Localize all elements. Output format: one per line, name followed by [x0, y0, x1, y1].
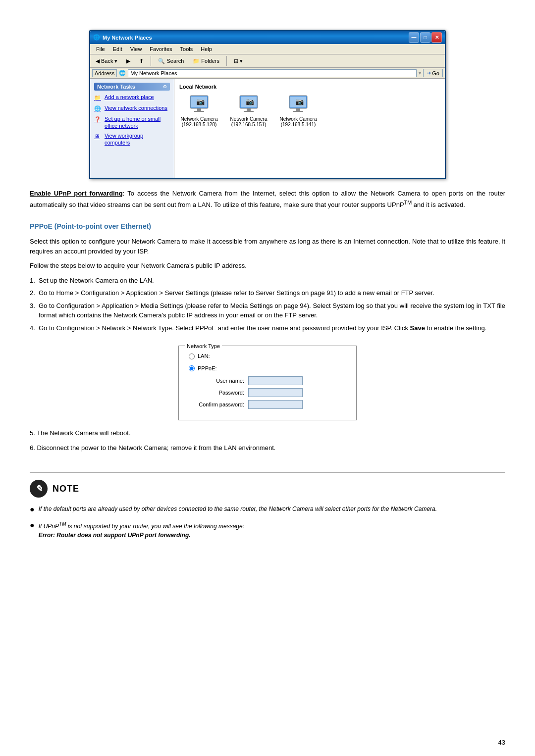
menu-view[interactable]: View — [126, 45, 146, 53]
titlebar-left: 🌐 My Network Places — [93, 34, 152, 41]
lan-label: LAN: — [198, 352, 210, 360]
view-workgroup-icon: 🖥 — [94, 133, 102, 141]
views-button[interactable]: ⊞ ▾ — [230, 56, 246, 66]
menu-favorites[interactable]: Favorites — [146, 45, 176, 53]
back-label: Back — [101, 58, 113, 64]
search-button[interactable]: 🔍 Search — [155, 56, 187, 66]
svg-rect-2 — [197, 108, 201, 111]
views-icon: ⊞ — [234, 58, 238, 64]
sidebar-task-connections-label: View network connections — [105, 104, 167, 111]
folders-button[interactable]: 📁 Folders — [189, 56, 223, 66]
step-6: 6. Disconnect the power to the Network C… — [30, 443, 505, 453]
username-row: User name: — [189, 376, 346, 385]
sidebar-task-view-workgroup[interactable]: 🖥 View workgroup computers — [94, 132, 170, 147]
main-area: Local Network 📷 Network Camera (192. — [174, 79, 445, 178]
camera-image-3: 📷 — [286, 95, 310, 114]
back-dropdown-icon: ▾ — [114, 58, 117, 64]
folders-icon: 📁 — [193, 58, 200, 64]
svg-rect-7 — [247, 108, 251, 111]
minimize-button[interactable]: — — [409, 32, 419, 43]
lan-radio[interactable] — [189, 353, 195, 359]
close-button[interactable]: ✕ — [431, 32, 442, 43]
step-4-text: Go to Configuration > Network > Network … — [39, 324, 486, 332]
sidebar-task-home-label: Set up a home or small office network — [105, 115, 170, 130]
sidebar-task-view-connections[interactable]: 🌐 View network connections — [94, 104, 170, 113]
maximize-button[interactable]: □ — [420, 32, 430, 43]
collapse-icon[interactable]: ⊙ — [163, 84, 167, 89]
window-title: My Network Places — [103, 35, 152, 41]
step-1: Set up the Network Camera on the LAN. — [30, 276, 505, 286]
note-item-2: ● If UPnPTM is not supported by your rou… — [30, 520, 505, 540]
sidebar-task-add-network[interactable]: 📁 Add a network place — [94, 94, 170, 102]
confirm-password-input[interactable] — [248, 400, 303, 409]
svg-rect-13 — [293, 111, 303, 112]
sidebar-task-setup-home[interactable]: ❓ Set up a home or small office network — [94, 115, 170, 130]
menu-tools[interactable]: Tools — [176, 45, 197, 53]
username-input[interactable] — [248, 376, 303, 385]
camera-label-1: Network Camera (192.168.5.128) — [179, 116, 219, 127]
svg-rect-12 — [296, 108, 300, 111]
lan-radio-row: LAN: — [189, 352, 346, 360]
toolbar-separator-2 — [226, 56, 227, 66]
views-dropdown-icon: ▾ — [240, 58, 243, 64]
sidebar-task-add-label: Add a network place — [105, 94, 154, 101]
sidebar-task-workgroup-label: View workgroup computers — [105, 132, 170, 147]
step-2: Go to Home > Configuration > Application… — [30, 288, 505, 298]
search-icon: 🔍 — [158, 58, 165, 64]
svg-rect-8 — [244, 111, 254, 112]
up-button[interactable]: ⬆ — [136, 56, 147, 66]
note-bullet-1: ● — [30, 504, 35, 514]
address-label: Address — [92, 69, 117, 77]
view-connections-icon: 🌐 — [94, 105, 102, 113]
svg-rect-3 — [194, 111, 204, 112]
svg-text:📷: 📷 — [295, 98, 304, 106]
step-3-text: Go to Configuration > Application > Medi… — [39, 302, 505, 319]
address-network-icon: 🌐 — [119, 70, 126, 76]
note-icon: ✎ — [30, 480, 48, 498]
menu-file[interactable]: File — [92, 45, 109, 53]
page-content: Enable UPnP port forwarding: To access t… — [30, 189, 505, 540]
step-1-text: Set up the Network Camera on the LAN. — [39, 277, 154, 284]
note-text-1: If the default ports are already used by… — [39, 504, 437, 513]
note-title: NOTE — [53, 482, 79, 496]
monitor-svg-1: 📷 — [187, 95, 211, 114]
monitor-svg-2: 📷 — [237, 95, 261, 114]
sidebar-section-title: Network Tasks ⊙ — [94, 83, 170, 91]
camera-label-2: Network Camera (192.168.5.151) — [229, 116, 268, 127]
confirm-password-row: Confirm password: — [189, 400, 346, 409]
note-text-2: If UPnPTM is not supported by your route… — [39, 520, 244, 540]
step-3: Go to Configuration > Application > Medi… — [30, 301, 505, 320]
upnp-paragraph: Enable UPnP port forwarding: To access t… — [30, 189, 505, 209]
monitor-svg-3: 📷 — [286, 95, 310, 114]
menu-edit[interactable]: Edit — [109, 45, 126, 53]
pppoe-radio[interactable] — [189, 365, 195, 371]
back-arrow-icon: ◀ — [96, 58, 100, 64]
titlebar: 🌐 My Network Places — □ ✕ — [90, 31, 445, 44]
go-label: Go — [432, 70, 439, 76]
go-button[interactable]: ➜ Go — [423, 69, 443, 77]
back-button[interactable]: ◀ Back ▾ — [92, 56, 121, 66]
address-bar: Address 🌐 ▾ ➜ Go — [90, 68, 445, 79]
pppoe-heading: PPPoE (Point-to-point over Ethernet) — [30, 221, 505, 232]
network-icons-container: 📷 Network Camera (192.168.5.128) 📷 — [179, 95, 440, 127]
note-bullet-2: ● — [30, 520, 35, 530]
note-text-2-part1: If UPnPTM is not supported by your route… — [39, 523, 244, 530]
address-input[interactable] — [128, 69, 417, 77]
menubar: File Edit View Favorites Tools Help — [90, 44, 445, 54]
go-arrow-icon: ➜ — [427, 70, 431, 76]
username-label: User name: — [199, 377, 248, 385]
svg-text:📷: 📷 — [246, 98, 255, 106]
step-5: 5. The Network Camera will reboot. — [30, 428, 505, 438]
steps-list: Set up the Network Camera on the LAN. Go… — [30, 276, 505, 333]
menu-help[interactable]: Help — [197, 45, 216, 53]
password-input[interactable] — [248, 388, 303, 397]
pppoe-radio-row: PPPoE: — [189, 364, 346, 373]
camera-icon-1[interactable]: 📷 Network Camera (192.168.5.128) — [179, 95, 219, 127]
password-row: Password: — [189, 388, 346, 397]
camera-icon-3[interactable]: 📷 Network Camera (192.168.5.141) — [278, 95, 318, 127]
forward-button[interactable]: ▶ — [123, 56, 134, 66]
titlebar-buttons: — □ ✕ — [409, 32, 442, 43]
note-item-1: ● If the default ports are already used … — [30, 504, 505, 514]
address-dropdown-icon[interactable]: ▾ — [419, 70, 421, 76]
camera-icon-2[interactable]: 📷 Network Camera (192.168.5.151) — [229, 95, 268, 127]
